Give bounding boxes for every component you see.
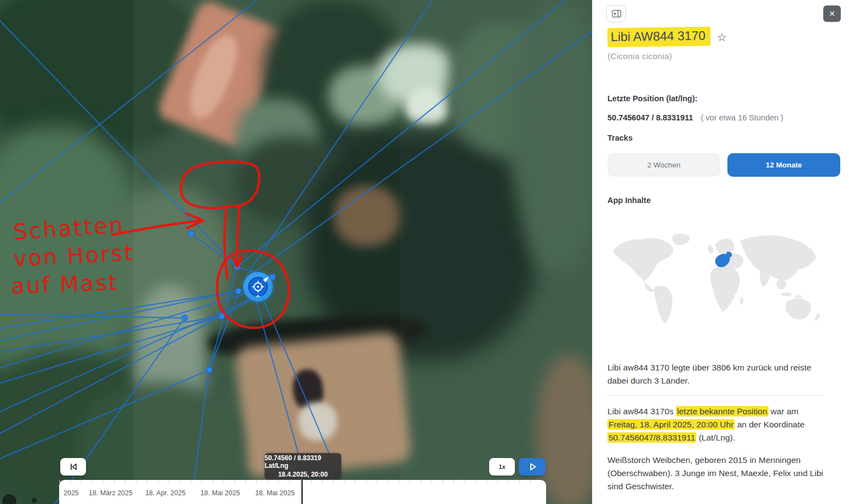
info-panel: ✕ Libi AW844 3170 ☆ (Ciconia ciconia) Le… (592, 0, 849, 504)
species-name: (Ciconia ciconia) (607, 51, 672, 61)
skip-to-start-icon (68, 462, 78, 471)
map-attribution-dot (32, 498, 37, 503)
last-position-age: ( vor etwa 16 Stunden ) (701, 113, 783, 122)
tooltip-coordinates: 50.74560 / 8.83319 Lat/Lng (265, 454, 341, 470)
animal-biography: Weißstorch Weibchen, geboren 2015 in Men… (607, 454, 823, 493)
timeline-playhead[interactable] (301, 479, 303, 504)
play-button[interactable] (519, 458, 546, 476)
tracks-label: Tracks (607, 134, 633, 142)
position-tooltip: 50.74560 / 8.83319 Lat/Lng 18.4.2025, 20… (265, 453, 341, 479)
timeline-label: 18. Apr. 2025 (145, 489, 186, 497)
collapse-panel-button[interactable] (606, 5, 626, 22)
timeline-label: 18. Mai 2025 (200, 489, 240, 497)
tooltip-datetime: 18.4.2025, 20:00 (278, 471, 328, 478)
distance-summary: Libi aw844 3170 legte über 3806 km zurüc… (607, 361, 823, 387)
tracks-12-months-button[interactable]: 12 Monate (727, 153, 840, 177)
playback-speed-button[interactable]: 1x (489, 458, 515, 476)
close-panel-button[interactable]: ✕ (823, 5, 841, 22)
play-icon (527, 462, 537, 471)
tracks-2-weeks-button[interactable]: 2 Wochen (607, 153, 720, 177)
animal-title: Libi AW844 3170 (607, 27, 711, 48)
last-position-sentence: Libi aw844 3170s letzte bekannte Positio… (607, 405, 823, 444)
timeline-label: 18. Mai 2025 (255, 489, 295, 497)
skip-to-start-button[interactable] (60, 458, 86, 476)
sentence-segment: war am (768, 407, 799, 416)
sentence-segment: Libi aw844 3170s (607, 407, 676, 416)
sentence-segment: an der Koordinate (735, 420, 805, 429)
divider (607, 395, 824, 396)
satellite-map[interactable]: Schatten von Horst auf Mast 50.74560 / 8… (0, 0, 592, 504)
last-position-label: Letzte Position (lat/lng): (607, 94, 697, 103)
last-position-coordinates: 50.7456047 / 8.8331911 (607, 113, 693, 122)
sentence-segment: (Lat/Lng). (696, 433, 735, 442)
timeline-label: 2025 (64, 489, 79, 497)
collapse-panel-icon (612, 10, 621, 18)
close-icon: ✕ (829, 9, 835, 18)
sentence-segment-highlighted: Freitag, 18. April 2025, 20:00 Uhr (607, 419, 735, 430)
timeline-label: 18. März 2025 (89, 489, 133, 497)
sentence-segment-highlighted: letzte bekannte Position (676, 406, 768, 416)
world-range-map (604, 227, 831, 331)
favorite-star-icon[interactable]: ☆ (717, 32, 727, 43)
annotation-text-line3: auf Mast (10, 270, 119, 299)
app-content-label: App Inhalte (607, 196, 651, 205)
sentence-segment-highlighted: 50.7456047/8.8331911 (607, 432, 696, 443)
